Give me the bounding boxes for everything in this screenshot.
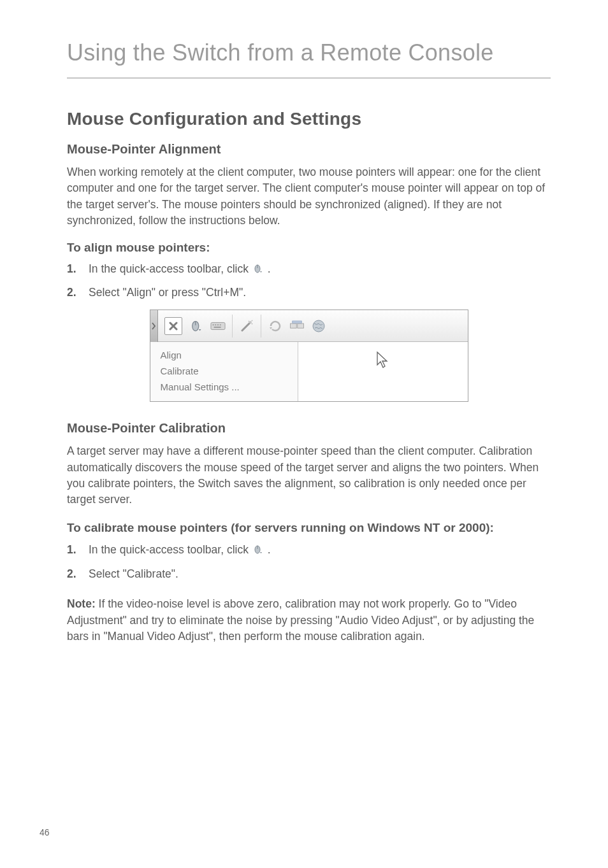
- toolbar-figure: Align Calibrate Manual Settings ...: [67, 309, 551, 402]
- calibration-step-2: 2. Select "Calibrate".: [67, 566, 551, 582]
- mouse-settings-icon: [253, 543, 263, 559]
- close-icon[interactable]: [164, 317, 182, 335]
- list-number: 2.: [67, 567, 89, 581]
- cursor-arrow-icon: [375, 351, 391, 373]
- svg-point-10: [249, 321, 252, 324]
- list-body: In the quick-access toolbar, click .: [89, 261, 551, 278]
- mouse-settings-icon: [253, 262, 263, 278]
- menu-item-calibrate[interactable]: Calibrate: [150, 363, 298, 379]
- step1-pre-text: In the quick-access toolbar, click: [89, 262, 252, 275]
- refresh-icon[interactable]: [268, 318, 283, 334]
- note-body: If the video-noise level is above zero, …: [67, 597, 534, 643]
- alignment-heading: Mouse-Pointer Alignment: [67, 142, 551, 157]
- page-root: Using the Switch from a Remote Console M…: [0, 0, 608, 868]
- screens-icon[interactable]: [289, 318, 305, 334]
- list-number: 1.: [67, 262, 89, 276]
- toolbar-group-3: [261, 310, 333, 341]
- toolbar-group-1: [158, 310, 232, 341]
- toolbar-group-2: [233, 310, 261, 341]
- dropdown-remainder: [298, 342, 468, 401]
- keyboard-icon[interactable]: [210, 318, 226, 334]
- svg-rect-7: [217, 324, 219, 325]
- dropdown-menu: Align Calibrate Manual Settings ...: [150, 342, 298, 401]
- chapter-title: Using the Switch from a Remote Console: [67, 39, 551, 78]
- mouse-settings-icon[interactable]: [189, 318, 204, 334]
- calibration-body: A target server may have a different mou…: [67, 443, 551, 508]
- alignment-step-2: 2. Select "Align" or press "Ctrl+M".: [67, 285, 551, 301]
- svg-rect-12: [297, 324, 303, 328]
- list-body: Select "Calibrate".: [89, 566, 551, 582]
- menu-item-align[interactable]: Align: [150, 347, 298, 363]
- step1-post-text: .: [268, 262, 271, 275]
- toolbar-row: [150, 310, 468, 342]
- svg-rect-13: [292, 321, 301, 323]
- alignment-body: When working remotely at the client comp…: [67, 164, 551, 229]
- svg-rect-4: [210, 322, 224, 329]
- globe-icon[interactable]: [311, 318, 326, 334]
- mouse-dropdown-panel: Align Calibrate Manual Settings ...: [150, 342, 468, 401]
- list-body: In the quick-access toolbar, click .: [89, 542, 551, 559]
- step1-pre-text: In the quick-access toolbar, click: [89, 543, 252, 556]
- page-number: 46: [40, 827, 50, 837]
- alignment-step-1: 1. In the quick-access toolbar, click .: [67, 261, 551, 278]
- svg-rect-8: [219, 324, 221, 325]
- list-number: 1.: [67, 543, 89, 557]
- svg-rect-5: [212, 324, 214, 325]
- calibration-step-1: 1. In the quick-access toolbar, click .: [67, 542, 551, 559]
- toolbar-expander-handle[interactable]: [150, 310, 158, 342]
- note-paragraph: Note: If the video-noise level is above …: [67, 596, 551, 644]
- svg-rect-9: [214, 327, 221, 328]
- list-body: Select "Align" or press "Ctrl+M".: [89, 285, 551, 301]
- section-heading: Mouse Configuration and Settings: [67, 109, 551, 129]
- note-label: Note:: [67, 597, 99, 610]
- svg-rect-11: [290, 324, 296, 328]
- svg-point-14: [313, 320, 324, 332]
- calibration-howto-heading: To calibrate mouse pointers (for servers…: [67, 520, 551, 536]
- menu-item-manual-settings[interactable]: Manual Settings ...: [150, 379, 298, 395]
- calibration-heading: Mouse-Pointer Calibration: [67, 421, 551, 436]
- wand-icon[interactable]: [239, 318, 254, 334]
- list-number: 2.: [67, 286, 89, 299]
- alignment-howto-heading: To align mouse pointers:: [67, 241, 551, 255]
- step1-post-text: .: [268, 543, 271, 556]
- quick-access-toolbar: Align Calibrate Manual Settings ...: [150, 309, 468, 402]
- svg-rect-6: [215, 324, 216, 325]
